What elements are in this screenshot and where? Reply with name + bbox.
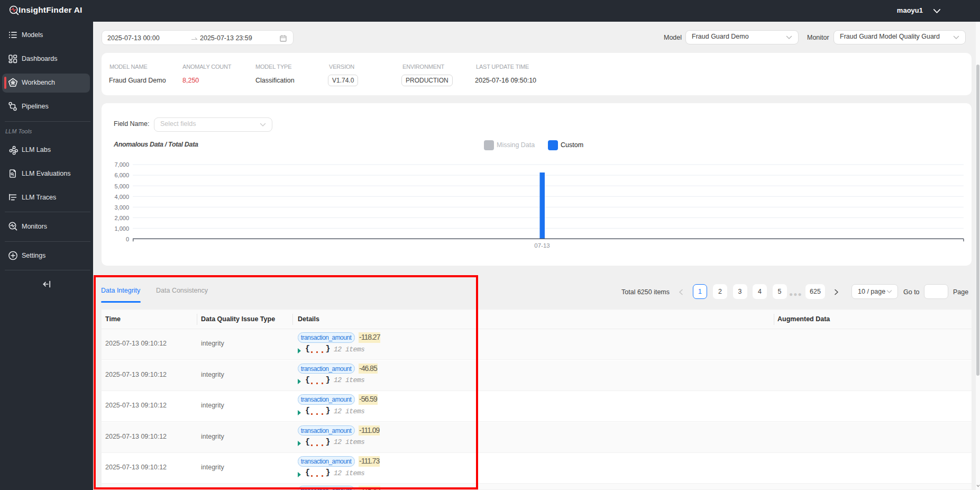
svg-text:1,000: 1,000: [114, 225, 129, 232]
svg-text:5,000: 5,000: [114, 183, 129, 189]
svg-text:0: 0: [126, 236, 129, 242]
svg-text:7,000: 7,000: [114, 161, 129, 168]
svg-text:07-13: 07-13: [534, 242, 549, 249]
svg-text:4,000: 4,000: [114, 194, 129, 200]
svg-text:2,000: 2,000: [114, 215, 129, 221]
svg-text:6,000: 6,000: [114, 172, 129, 178]
svg-text:3,000: 3,000: [114, 204, 129, 211]
